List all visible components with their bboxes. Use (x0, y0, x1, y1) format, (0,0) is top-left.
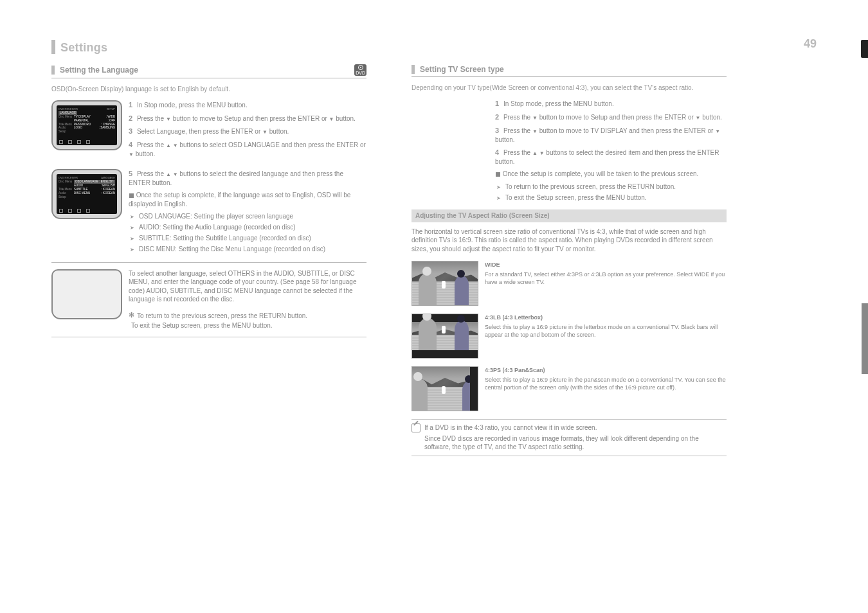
section-marker (411, 65, 415, 74)
note-line: Since DVD discs are recorded in various … (424, 434, 727, 452)
step-text: button. (495, 136, 515, 143)
section-title-right: Setting TV Screen type (420, 64, 727, 75)
up-arrow-icon (166, 170, 171, 177)
section-marker (51, 66, 55, 75)
bullet-icon (130, 245, 136, 254)
step-text: Once the setup is complete, if the langu… (129, 191, 350, 208)
step-num: 4 (129, 141, 132, 148)
step-num: 4 (495, 148, 499, 156)
bullet-text: DISC MENU: Setting the Disc Menu Languag… (139, 245, 325, 254)
down-arrow-icon (532, 127, 538, 134)
step-text: Press the (137, 115, 166, 122)
aspect-body: For a standard TV, select either 4:3PS o… (485, 271, 727, 286)
bullet-text: To exit the Setup screen, press the MENU… (505, 193, 647, 202)
blank-tv-icon (51, 269, 122, 319)
aspect-body: Select this to play a 16:9 picture in th… (485, 376, 727, 391)
bullet-text: AUDIO: Setting the Audio Language (recor… (139, 223, 295, 232)
side-tab: SETTINGS (862, 303, 868, 374)
step-num: 3 (129, 127, 132, 135)
asterisk-text: To exit the Setup screen, press the MENU… (131, 321, 273, 330)
up-arrow-icon (532, 149, 538, 156)
aspect-heading: 4:3PS (4:3 Pan&Scan) (485, 366, 727, 374)
subheading: Adjusting the TV Aspect Ratio (Screen Si… (411, 209, 727, 222)
asterisk-icon: ✻ (129, 312, 134, 321)
step-text: button. (134, 150, 155, 157)
aspect-heading: WIDE (485, 261, 727, 269)
down-arrow-icon (173, 141, 178, 148)
step-text: In Stop mode, press the MENU button. (503, 100, 614, 107)
down-arrow-icon (532, 114, 538, 121)
bullet-text: OSD LANGUAGE: Setting the player screen … (139, 212, 293, 221)
step-num: 3 (495, 127, 499, 134)
page-number: 49 (804, 36, 817, 51)
stop-icon (129, 193, 134, 198)
tv-screenshot-2: DVD RECEIVER LANGUAGE Disc MenuOSD LANGU… (51, 169, 122, 219)
step-text: Once the setup is complete, you will be … (503, 170, 699, 177)
section-title-left: Setting the Language (60, 65, 349, 75)
chapter-title: Settings (60, 40, 107, 55)
asterisk-text: To return to the previous screen, press … (137, 312, 307, 321)
up-arrow-icon (166, 141, 171, 148)
step-text: Press the (137, 141, 166, 148)
step-text: Press the (137, 170, 166, 177)
down-arrow-icon (173, 170, 178, 177)
bullet-icon (130, 234, 136, 243)
step-text: button to move to TV DISPLAY and then pr… (538, 127, 715, 134)
step-text: Press the (503, 149, 532, 156)
bullet-icon (496, 193, 503, 202)
step-text: button. (267, 128, 289, 135)
down-arrow-icon (166, 115, 171, 122)
aspect-panscan-image (411, 366, 478, 411)
step-num: 1 (495, 100, 499, 107)
down-arrow-icon (715, 127, 720, 134)
intro-left: OSD(On-Screen Display) language is set t… (51, 85, 366, 94)
bullet-text: To return to the previous screen, press … (505, 182, 676, 191)
down-arrow-icon (129, 150, 134, 157)
chapter-header: Settings (51, 40, 817, 55)
aspect-body: Select this to play a 16:9 picture in th… (485, 323, 727, 339)
note-text: To select another language, select OTHER… (129, 269, 366, 304)
dvd-badge-label: DVD (356, 71, 365, 75)
step-num: 2 (495, 113, 499, 121)
bullet-icon (496, 182, 503, 191)
step-num: 2 (129, 114, 132, 122)
note-line: If a DVD is in the 4:3 ratio, you cannot… (424, 423, 727, 432)
tv-screenshot-1: DVD RECEIVER SETUP LANGUAGE Disc MenuTV … (51, 100, 122, 150)
sub-intro: The horizontal to vertical screen size r… (411, 227, 727, 254)
bullet-text: SUBTITLE: Setting the Subtitle Language … (139, 234, 311, 243)
aspect-wide-image (411, 261, 478, 306)
step-text: Select Language, then press the ENTER or (137, 128, 262, 135)
step-text: button. (334, 115, 355, 122)
bullet-icon (130, 212, 136, 221)
tv2-header-left: DVD RECEIVER (59, 176, 78, 179)
tv2-header-right: LANGUAGE (101, 176, 115, 179)
down-arrow-icon (539, 149, 545, 156)
aspect-letterbox-image (411, 314, 478, 359)
step-num: 5 (129, 170, 132, 177)
step-text: Press the (503, 114, 532, 121)
tv1-header-left: DVD RECEIVER (59, 107, 78, 111)
step-text: button to move to Setup and then press t… (171, 115, 329, 122)
step-text: buttons to select OSD LANGUAGE and then … (178, 141, 366, 148)
step-text: button. (700, 114, 721, 121)
page-corner-tab (861, 40, 868, 58)
left-column: Setting the Language DVD OSD(On-Screen D… (51, 64, 366, 456)
step-text: button to move to Setup and then press t… (538, 114, 696, 121)
chapter-marker (51, 40, 55, 54)
tv1-header-right: SETUP (107, 107, 115, 111)
bullet-icon (130, 223, 136, 232)
right-column: Setting TV Screen type Depending on your… (411, 64, 727, 456)
step-text: Press the (503, 127, 532, 134)
note-icon (411, 423, 420, 432)
dvd-badge-icon: DVD (354, 64, 366, 76)
down-arrow-icon (262, 128, 267, 135)
stop-icon (496, 172, 500, 177)
intro-right: Depending on your TV type(Wide Screen or… (411, 84, 727, 93)
aspect-heading: 4:3LB (4:3 Letterbox) (485, 314, 727, 321)
step-text: In Stop mode, press the MENU button. (137, 102, 248, 109)
step-num: 1 (129, 101, 132, 109)
